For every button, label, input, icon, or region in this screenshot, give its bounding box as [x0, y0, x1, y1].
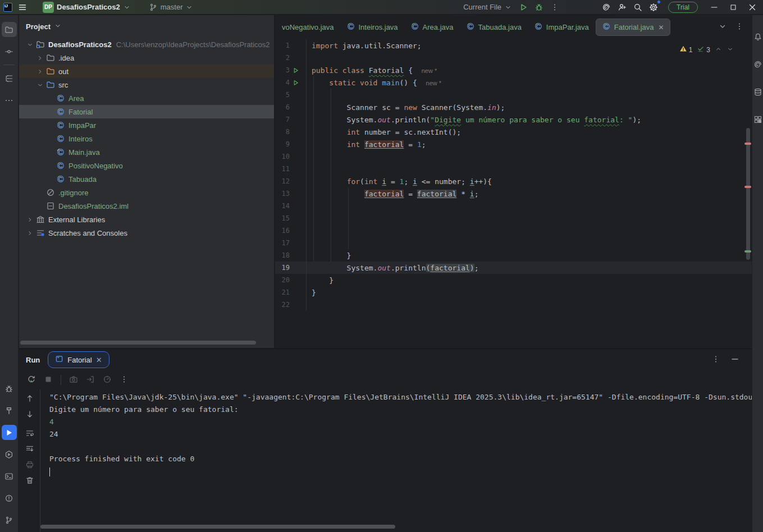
scroll-to-end-button[interactable]: [25, 444, 34, 455]
terminal-tool-button[interactable]: [2, 469, 17, 484]
tree-item--gitignore[interactable]: .gitignore: [19, 186, 274, 199]
run-tab-fatorial[interactable]: Fatorial ✕: [48, 351, 109, 368]
code-line-19[interactable]: 19 System.out.println(factorial);: [275, 262, 752, 274]
tree-item-main-java[interactable]: Main.java: [19, 145, 274, 159]
project-horizontal-scrollbar[interactable]: [20, 341, 256, 345]
tree-item-area[interactable]: Area: [19, 91, 274, 105]
code-line-4[interactable]: 4 static void main() { new *: [275, 76, 752, 89]
code-line-21[interactable]: 21}: [275, 286, 752, 299]
run-gutter-icon[interactable]: [290, 79, 301, 86]
run-tool-button[interactable]: [2, 425, 17, 440]
notifications-button[interactable]: [752, 29, 763, 44]
editor-tab-inteiros-java[interactable]: Inteiros.java: [341, 19, 404, 35]
inspections-widget[interactable]: 1 3: [679, 45, 734, 54]
database-button[interactable]: [752, 84, 763, 99]
toolbar-kebab-icon[interactable]: [120, 375, 129, 386]
profiler-button[interactable]: [103, 375, 112, 386]
ai-assistant-button[interactable]: [752, 57, 763, 72]
editor-tab-area-java[interactable]: Area.java: [405, 19, 459, 35]
editor-vertical-scrollbar[interactable]: [746, 128, 750, 260]
close-icon[interactable]: ✕: [96, 356, 102, 364]
tree-item-external-libraries[interactable]: External Libraries: [19, 213, 274, 226]
chevron-collapsed-icon[interactable]: [35, 68, 45, 75]
chevron-collapsed-icon[interactable]: [25, 230, 35, 237]
git-tool-button[interactable]: [2, 512, 17, 528]
tree-item-src[interactable]: src: [19, 78, 274, 91]
code-line-8[interactable]: 8 int number = sc.nextInt();: [275, 126, 752, 138]
services-tool-button[interactable]: [2, 447, 17, 462]
ai-assistant-titlebar-button[interactable]: [600, 1, 613, 13]
code-line-15[interactable]: 15: [275, 212, 752, 224]
project-widget[interactable]: DP DesafiosPraticos2: [40, 1, 133, 13]
more-tools-button[interactable]: [2, 93, 17, 108]
clear-all-button[interactable]: [25, 476, 34, 487]
next-problem-chevron-icon[interactable]: [727, 45, 734, 54]
tree-item-impapar[interactable]: ImpaPar: [19, 118, 274, 132]
vcs-widget[interactable]: master: [147, 1, 196, 13]
code-line-3[interactable]: 3public class Fatorial { new *: [275, 64, 752, 76]
main-menu-button[interactable]: [16, 1, 29, 13]
editor-tab-fatorial-java[interactable]: Fatorial.java✕: [596, 19, 670, 36]
code-line-22[interactable]: 22: [275, 299, 752, 311]
project-tool-button[interactable]: [2, 22, 17, 37]
code-line-11[interactable]: 11: [275, 163, 752, 175]
trial-badge[interactable]: Trial: [668, 2, 698, 13]
editor-tab-impapar-java[interactable]: ImpaPar.java: [528, 19, 595, 35]
hide-panel-button[interactable]: [730, 355, 739, 365]
tree-item-scratches-and-consoles[interactable]: Scratches and Consoles: [19, 226, 274, 240]
code-line-10[interactable]: 10: [275, 150, 752, 163]
soft-wrap-button[interactable]: [25, 429, 34, 439]
code-line-7[interactable]: 7 System.out.println("Digite um número p…: [275, 113, 752, 126]
attach-console-button[interactable]: [86, 375, 95, 386]
rerun-button[interactable]: [27, 375, 36, 386]
error-stripe-mark[interactable]: [744, 186, 751, 188]
error-stripe-mark[interactable]: [744, 250, 751, 253]
gradle-button[interactable]: [752, 112, 763, 127]
chevron-expanded-icon[interactable]: [25, 41, 35, 48]
run-gutter-icon[interactable]: [290, 67, 301, 74]
tree-item-fatorial[interactable]: Fatorial: [19, 105, 274, 118]
run-options-kebab-icon[interactable]: [711, 355, 720, 365]
commit-tool-button[interactable]: [2, 44, 17, 59]
search-everywhere-button[interactable]: [631, 1, 645, 13]
code-line-12[interactable]: 12 for(int i = 1; i <= number; i++){: [275, 175, 752, 187]
debug-tool-button[interactable]: [2, 381, 17, 396]
chevron-collapsed-icon[interactable]: [35, 54, 45, 62]
console-horizontal-scrollbar[interactable]: [40, 525, 395, 529]
problems-tool-button[interactable]: [2, 490, 17, 506]
code-line-20[interactable]: 20 }: [275, 274, 752, 286]
project-panel-title[interactable]: Project: [26, 22, 51, 31]
run-button[interactable]: [517, 1, 530, 13]
tree-item-out[interactable]: out: [19, 65, 274, 78]
editor-tab-vonegativo-java[interactable]: voNegativo.java: [276, 20, 340, 34]
tree-item-tabuada[interactable]: Tabuada: [19, 172, 274, 186]
print-button[interactable]: [25, 460, 34, 471]
error-stripe-mark[interactable]: [744, 143, 751, 145]
minimize-button[interactable]: [706, 1, 723, 14]
tree-item--idea[interactable]: .idea: [19, 51, 274, 65]
code-line-17[interactable]: 17: [275, 237, 752, 249]
code-with-me-button[interactable]: [615, 1, 629, 13]
tree-item-positivonegativo[interactable]: PositivoNegativo: [19, 159, 274, 172]
tab-options-kebab-icon[interactable]: [735, 22, 744, 33]
tree-item-inteiros[interactable]: Inteiros: [19, 132, 274, 145]
close-icon[interactable]: ✕: [659, 24, 664, 31]
editor-tab-tabuada-java[interactable]: Tabuada.java: [460, 19, 527, 35]
build-tool-button[interactable]: [2, 403, 17, 418]
prev-problem-chevron-icon[interactable]: [715, 45, 722, 54]
code-line-5[interactable]: 5: [275, 89, 752, 101]
down-stacktrace-button[interactable]: [25, 410, 34, 420]
tree-item-desafiospraticos2[interactable]: DesafiosPraticos2C:\Users\enzop\IdeaProj…: [19, 38, 274, 51]
code-editor[interactable]: 1import java.util.Scanner;23public class…: [275, 39, 752, 348]
code-line-6[interactable]: 6 Scanner sc = new Scanner(System.in);: [275, 101, 752, 113]
tab-list-chevron-icon[interactable]: [718, 22, 727, 33]
code-line-18[interactable]: 18 }: [275, 249, 752, 262]
chevron-expanded-icon[interactable]: [35, 81, 45, 89]
stop-button[interactable]: [44, 375, 53, 386]
settings-button[interactable]: [647, 1, 660, 13]
code-line-9[interactable]: 9 int factorial = 1;: [275, 138, 752, 150]
tree-item-desafiospraticos2-iml[interactable]: DesafiosPraticos2.iml: [19, 199, 274, 213]
more-actions-button[interactable]: [548, 1, 561, 13]
close-button[interactable]: [744, 1, 761, 14]
screenshot-button[interactable]: [69, 375, 78, 386]
